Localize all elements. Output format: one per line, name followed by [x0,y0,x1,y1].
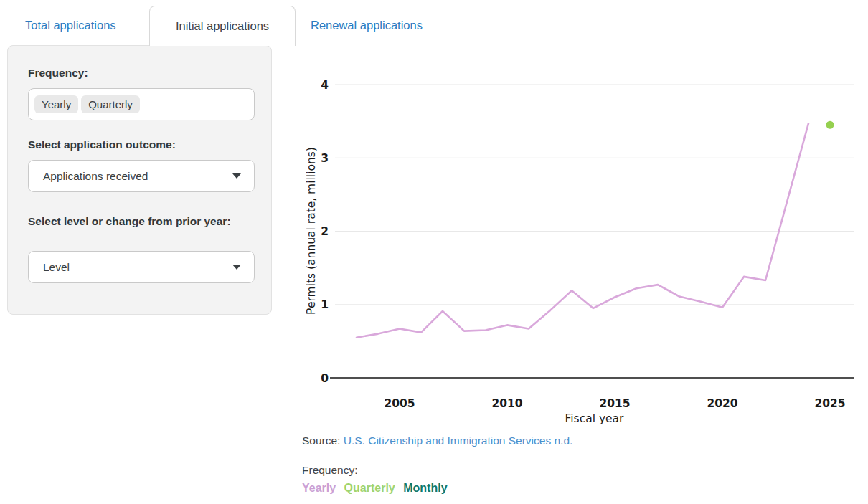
app: Total applications Initial applications … [0,0,868,504]
x-tick-label: 2005 [384,397,415,410]
filter-panel: Frequency: Yearly Quarterly Select appli… [7,45,272,315]
legend-yearly[interactable]: Yearly [302,482,336,494]
source-link[interactable]: U.S. Citizenship and Immigration Service… [344,434,573,447]
tab-initial-applications[interactable]: Initial applications [149,6,296,46]
outcome-select[interactable]: Applications received [28,160,255,192]
x-axis-title: Fiscal year [335,412,854,425]
x-tick-label: 2010 [491,397,522,410]
tab-renewal-applications[interactable]: Renewal applications [311,6,423,45]
y-tick-label: 3 [321,152,329,165]
x-tick-label: 2025 [814,397,845,410]
legend-quarterly[interactable]: Quarterly [344,482,395,494]
level-select[interactable]: Level [28,251,255,283]
level-select-value: Level [43,261,70,274]
y-tick-label: 1 [321,298,329,311]
line-chart: Permits (annual rate, millions) 01234200… [301,61,857,430]
x-tick-label: 2015 [599,397,630,410]
footer-frequency-label: Frequency: [302,464,358,477]
series-line-yearly [357,123,808,338]
frequency-option-yearly[interactable]: Yearly [34,95,78,113]
x-tick-label: 2020 [707,397,737,410]
y-tick-label: 2 [321,225,329,238]
level-label: Select level or change from prior year: [28,211,252,231]
outcome-select-value: Applications received [43,170,148,183]
chevron-down-icon [232,265,241,270]
y-tick-label: 4 [321,79,329,92]
chart-canvas: 0123420052010201520202025 [301,61,857,430]
y-tick-label: 0 [321,372,329,385]
outcome-label: Select application outcome: [28,138,176,151]
chevron-down-icon [232,173,241,179]
frequency-label: Frequency: [28,67,88,80]
source-prefix: Source: [302,434,344,447]
frequency-legend: Yearly Quarterly Monthly [302,482,453,495]
frequency-option-box[interactable]: Yearly Quarterly [28,88,255,120]
latest-point-dot [826,121,834,129]
y-axis-title: Permits (annual rate, millions) [305,147,318,315]
tab-total-applications[interactable]: Total applications [25,6,116,45]
source-line: Source: U.S. Citizenship and Immigration… [302,434,572,447]
frequency-option-quarterly[interactable]: Quarterly [81,95,140,113]
legend-monthly[interactable]: Monthly [403,482,447,494]
